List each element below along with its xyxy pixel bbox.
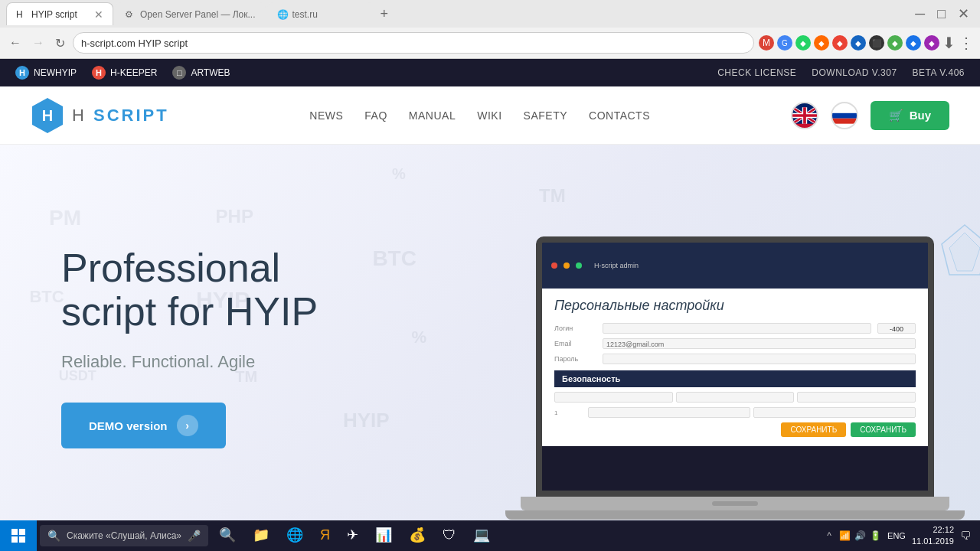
tab-favicon: H [16,9,27,20]
tab-favicon-2: ⚙ [125,9,136,20]
svg-rect-10 [11,536,18,543]
artweb-icon: □ [172,66,186,80]
hero-section: PM BТС USDT PHP HYIP TM PM % BТС % HYIP … [0,145,980,521]
nav-manual[interactable]: MANUAL [409,109,456,122]
taskbar-app3-item[interactable]: 🛡 [435,520,464,551]
active-tab[interactable]: H HYIP script ✕ [6,2,113,25]
google-icon[interactable]: G [777,35,792,51]
start-button[interactable] [0,520,37,551]
taskbar-app1-item[interactable]: 📊 [368,520,400,551]
extension7-icon[interactable]: ◆ [906,35,921,51]
nav-wiki[interactable]: WIKI [477,109,501,122]
close-button[interactable]: ✕ [953,5,974,22]
browser-toolbar: M G ◆ ◆ ◆ ◆ ⬛ ◆ ◆ ◆ ⬇ ⋮ [759,34,974,52]
russia-flag-icon [832,103,857,128]
tray-icons: ^ 📶 🔊 🔋 [823,530,881,542]
search-icon: 🔍 [47,530,60,542]
browser-icon-tb: 🌐 [286,527,303,543]
nav-news[interactable]: NEWS [309,109,343,122]
newhyip-link[interactable]: H NEWHYIP [15,66,77,80]
date-display: 11.01.2019 [912,536,954,547]
logo-text: H SCRIPT [72,106,169,126]
microphone-icon[interactable]: 🎤 [188,530,201,542]
language-indicator[interactable]: ENG [887,531,906,540]
hero-title: Professional script for HYIP [61,246,318,334]
taskbar-app2-item[interactable]: 💰 [401,520,433,551]
nav-contacts[interactable]: CONTACTS [589,109,650,122]
download-icon[interactable]: ⬇ [942,34,956,52]
nav-faq[interactable]: FAQ [364,109,387,122]
top-bar-right: CHECK LICENSE DOWNLOAD V.307 BETA V.406 [717,67,965,78]
arrow-icon: › [177,415,198,436]
check-license-link[interactable]: CHECK LICENSE [717,67,796,78]
english-flag-button[interactable] [791,102,818,129]
windows-icon [11,529,25,543]
taskbar-browser-item[interactable]: 🌐 [279,520,311,551]
navbar: H H SCRIPT NEWS FAQ MANUAL WIKI SAFETY C… [0,86,980,145]
notifications-icon[interactable]: 🗨 [960,530,971,542]
logo-icon: H [31,96,64,135]
taskbar-files-item[interactable]: 📁 [245,520,277,551]
minimize-button[interactable]: ─ [910,5,929,22]
extension4-icon[interactable]: ◆ [851,35,866,51]
newhyip-label: NEWHYIP [34,67,77,78]
network-icon[interactable]: 📶 [838,530,851,542]
new-tab-button[interactable]: + [376,6,394,22]
russian-flag-button[interactable] [831,102,858,129]
artweb-label: ARTWEB [191,67,230,78]
tab-close-button[interactable]: ✕ [94,8,103,21]
demo-button[interactable]: DEMO version › [61,403,226,448]
telegram-icon: ✈ [347,527,358,543]
svg-rect-5 [832,118,857,123]
address-text: h-script.com HYIP script [81,37,188,49]
svg-rect-8 [11,529,18,535]
extension6-icon[interactable]: ◆ [887,35,903,51]
hero-content: Professional script for HYIP Reliable. F… [0,246,379,448]
app2-icon: 💰 [409,527,426,543]
taskbar-yandex-item[interactable]: Я [312,520,338,551]
time-display: 22:12 [912,524,954,536]
nav-links: NEWS FAQ MANUAL WIKI SAFETY CONTACTS [309,109,650,122]
extension2-icon[interactable]: ◆ [814,35,829,51]
address-bar[interactable]: h-script.com HYIP script [73,32,754,54]
volume-icon[interactable]: 🔊 [854,530,866,542]
battery-icon[interactable]: 🔋 [869,530,881,542]
tab-title-2: Open Server Panel — Лок... [140,9,256,20]
extension5-icon[interactable]: ⬛ [869,35,884,51]
taskbar-search-item[interactable]: 🔍 [211,520,243,551]
hkeeper-icon: H [92,66,106,80]
hkeeper-link[interactable]: H H-KEEPER [92,66,157,80]
screen-save2-btn: СОХРАНИТЬ [851,422,916,437]
forward-button[interactable]: → [29,33,47,53]
taskbar-search[interactable]: 🔍 Скажите «Слушай, Алиса» 🎤 [40,525,208,546]
maximize-button[interactable]: □ [933,5,950,22]
gmail-icon[interactable]: M [759,35,774,51]
beta-link[interactable]: BETA V.406 [913,67,965,78]
folder-icon: 📁 [253,527,270,543]
taskbar-app4-item[interactable]: 💻 [466,520,498,551]
clock[interactable]: 22:12 11.01.2019 [912,524,954,548]
tab-title-3: test.ru [292,9,364,20]
refresh-button[interactable]: ↻ [52,33,68,54]
inactive-tab-3[interactable]: 🌐 test.ru [267,2,374,25]
back-button[interactable]: ← [6,33,24,53]
top-bar-left: H NEWHYIP H H-KEEPER □ ARTWEB [15,66,230,80]
logo[interactable]: H H SCRIPT [31,96,169,135]
app4-icon: 💻 [473,527,490,543]
laptop-screen: H-script admin Персональные настройки Ло… [536,236,934,497]
download-link[interactable]: DOWNLOAD V.307 [812,67,897,78]
buy-button[interactable]: 🛒 Buy [871,101,949,130]
extension8-icon[interactable]: ◆ [924,35,939,51]
artweb-link[interactable]: □ ARTWEB [172,66,230,80]
menu-button[interactable]: ⋮ [959,34,974,52]
svg-marker-7 [949,233,980,271]
taskbar-tray: ^ 📶 🔊 🔋 ENG 22:12 11.01.2019 🗨 [814,524,980,548]
taskbar-telegram-item[interactable]: ✈ [339,520,366,551]
svg-rect-9 [19,529,25,535]
tray-arrow[interactable]: ^ [823,530,835,542]
taskbar-items: 🔍 📁 🌐 Я ✈ 📊 💰 🛡 💻 [208,520,814,551]
inactive-tab-2[interactable]: ⚙ Open Server Panel — Лок... [115,2,266,25]
nav-safety[interactable]: SAFETY [524,109,567,122]
extension3-icon[interactable]: ◆ [832,35,848,51]
extension-icon[interactable]: ◆ [795,35,811,51]
